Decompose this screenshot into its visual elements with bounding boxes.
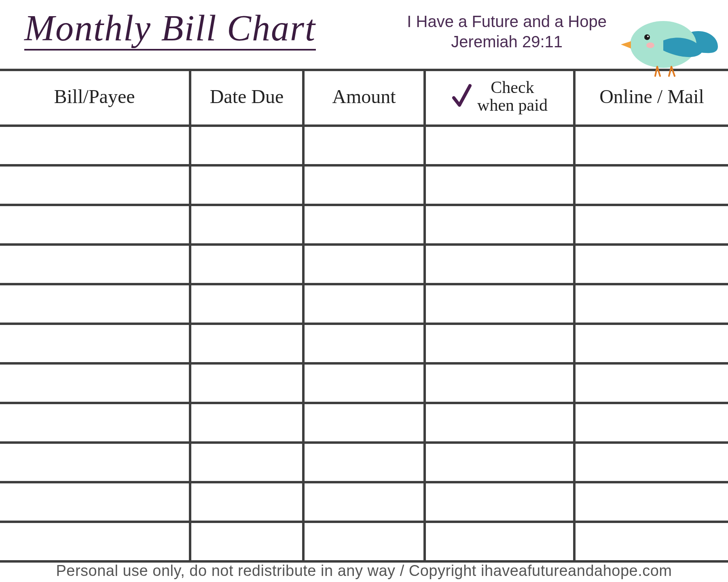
cell-online-mail[interactable] (574, 165, 728, 205)
table-row (0, 403, 728, 443)
cell-amount[interactable] (303, 522, 425, 561)
table-row (0, 245, 728, 284)
col-header-amount: Amount (303, 70, 425, 126)
cell-date-due[interactable] (190, 403, 303, 443)
col-header-online-mail: Online / Mail (574, 70, 728, 126)
cell-bill-payee[interactable] (0, 205, 190, 245)
table-row (0, 126, 728, 165)
cell-amount[interactable] (303, 363, 425, 403)
table-header-row: Bill/Payee Date Due Amount Check when pa… (0, 70, 728, 126)
cell-check[interactable] (425, 284, 574, 324)
cell-online-mail[interactable] (574, 324, 728, 363)
cell-bill-payee[interactable] (0, 284, 190, 324)
cell-bill-payee[interactable] (0, 522, 190, 561)
verse-line-1: I Have a Future and a Hope (407, 11, 607, 32)
cell-bill-payee[interactable] (0, 363, 190, 403)
cell-date-due[interactable] (190, 482, 303, 522)
cell-date-due[interactable] (190, 324, 303, 363)
table-row (0, 363, 728, 403)
check-label-line1: Check (477, 78, 548, 96)
verse-line-2: Jeremiah 29:11 (407, 32, 607, 52)
cell-online-mail[interactable] (574, 522, 728, 561)
header: Monthly Bill Chart I Have a Future and a… (0, 0, 728, 69)
check-label-line2: when paid (477, 96, 548, 114)
cell-check[interactable] (425, 403, 574, 443)
cell-check[interactable] (425, 165, 574, 205)
page-title: Monthly Bill Chart (24, 8, 316, 51)
cell-bill-payee[interactable] (0, 403, 190, 443)
cell-bill-payee[interactable] (0, 165, 190, 205)
col-header-bill-payee: Bill/Payee (0, 70, 190, 126)
table-row (0, 165, 728, 205)
cell-check[interactable] (425, 245, 574, 284)
bill-table: Bill/Payee Date Due Amount Check when pa… (0, 69, 728, 563)
page: Monthly Bill Chart I Have a Future and a… (0, 0, 728, 582)
col-header-date-due: Date Due (190, 70, 303, 126)
cell-online-mail[interactable] (574, 245, 728, 284)
cell-date-due[interactable] (190, 245, 303, 284)
cell-amount[interactable] (303, 443, 425, 482)
cell-online-mail[interactable] (574, 482, 728, 522)
cell-check[interactable] (425, 363, 574, 403)
table-row (0, 284, 728, 324)
svg-point-2 (647, 36, 649, 37)
cell-online-mail[interactable] (574, 363, 728, 403)
cell-check[interactable] (425, 522, 574, 561)
table-body (0, 126, 728, 561)
cell-check[interactable] (425, 443, 574, 482)
table-row (0, 522, 728, 561)
cell-amount[interactable] (303, 245, 425, 284)
col-header-check-label: Check when paid (477, 78, 548, 114)
cell-check[interactable] (425, 205, 574, 245)
cell-check[interactable] (425, 126, 574, 165)
col-header-check-when-paid: Check when paid (425, 70, 574, 126)
cell-amount[interactable] (303, 205, 425, 245)
cell-online-mail[interactable] (574, 403, 728, 443)
cell-amount[interactable] (303, 403, 425, 443)
cell-amount[interactable] (303, 482, 425, 522)
cell-date-due[interactable] (190, 205, 303, 245)
cell-amount[interactable] (303, 284, 425, 324)
svg-point-3 (646, 42, 654, 48)
cell-date-due[interactable] (190, 443, 303, 482)
table-row (0, 324, 728, 363)
cell-date-due[interactable] (190, 165, 303, 205)
cell-bill-payee[interactable] (0, 126, 190, 165)
cell-online-mail[interactable] (574, 126, 728, 165)
bird-icon (619, 12, 720, 77)
cell-online-mail[interactable] (574, 205, 728, 245)
cell-online-mail[interactable] (574, 284, 728, 324)
cell-bill-payee[interactable] (0, 324, 190, 363)
cell-date-due[interactable] (190, 284, 303, 324)
cell-check[interactable] (425, 324, 574, 363)
cell-date-due[interactable] (190, 522, 303, 561)
cell-amount[interactable] (303, 165, 425, 205)
checkmark-icon (451, 83, 472, 109)
cell-date-due[interactable] (190, 126, 303, 165)
verse-block: I Have a Future and a Hope Jeremiah 29:1… (407, 11, 607, 52)
cell-date-due[interactable] (190, 363, 303, 403)
cell-amount[interactable] (303, 324, 425, 363)
svg-point-1 (644, 34, 650, 40)
table-row (0, 205, 728, 245)
cell-bill-payee[interactable] (0, 443, 190, 482)
cell-bill-payee[interactable] (0, 482, 190, 522)
table-row (0, 443, 728, 482)
footer-text: Personal use only, do not redistribute i… (0, 562, 728, 580)
table-row (0, 482, 728, 522)
cell-check[interactable] (425, 482, 574, 522)
cell-online-mail[interactable] (574, 443, 728, 482)
cell-bill-payee[interactable] (0, 245, 190, 284)
cell-amount[interactable] (303, 126, 425, 165)
